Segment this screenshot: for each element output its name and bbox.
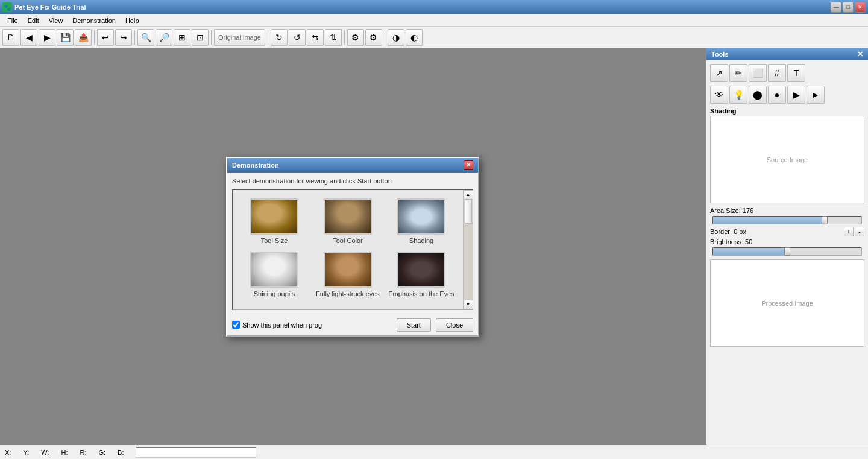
dialog-close-button[interactable]: ✕ bbox=[464, 160, 473, 170]
menu-file[interactable]: File bbox=[2, 16, 23, 25]
demo-item-tool-color[interactable]: Tool Color bbox=[311, 195, 385, 248]
tool-eye2[interactable]: ► bbox=[807, 86, 825, 104]
demo-thumb-tool-color bbox=[324, 198, 372, 235]
tool-pencil[interactable]: ✏ bbox=[729, 64, 747, 82]
border-controls: + - bbox=[844, 227, 864, 236]
tool-dot[interactable]: ● bbox=[768, 86, 786, 104]
new-button[interactable]: 🗋 bbox=[2, 29, 19, 46]
dialog-title-bar: Demonstration ✕ bbox=[227, 158, 478, 173]
brightness-label: Brightness: 50 bbox=[710, 238, 864, 245]
demo-label-shining-pupils: Shining pupils bbox=[254, 290, 295, 297]
zoom-actual-button[interactable]: ⊡ bbox=[192, 29, 209, 46]
app-icon: 🐾 bbox=[2, 2, 12, 12]
demo-thumb-emphasis-eyes bbox=[397, 252, 445, 288]
undo-button[interactable]: ↩ bbox=[97, 29, 114, 46]
demo-label-fully-light: Fully light-struck eyes bbox=[316, 290, 380, 297]
status-g: G: bbox=[98, 449, 105, 456]
canvas-area: Demonstration ✕ Select demonstration for… bbox=[0, 48, 705, 445]
flip-h-button[interactable]: ⇆ bbox=[307, 29, 324, 46]
rotate-cw-button[interactable]: ↻ bbox=[271, 29, 288, 46]
menu-help[interactable]: Help bbox=[121, 16, 144, 25]
tool-grid[interactable]: # bbox=[768, 64, 786, 82]
status-w: W: bbox=[41, 449, 49, 456]
border-increment[interactable]: + bbox=[844, 227, 854, 236]
brightness-button[interactable]: ◑ bbox=[388, 29, 404, 46]
status-h: H: bbox=[61, 449, 68, 456]
border-decrement[interactable]: - bbox=[855, 227, 864, 236]
window-close-button[interactable]: ✕ bbox=[855, 2, 866, 13]
status-b: B: bbox=[118, 449, 124, 456]
forward-button[interactable]: ▶ bbox=[39, 29, 55, 46]
demo-thumb-shading bbox=[397, 198, 445, 235]
r-label: R: bbox=[80, 449, 86, 456]
demo-item-tool-size[interactable]: Tool Size bbox=[237, 195, 311, 248]
toolbar-separator-5 bbox=[344, 30, 345, 45]
minimize-button[interactable]: — bbox=[831, 2, 841, 13]
g-label: G: bbox=[98, 449, 105, 456]
demo-item-shining-pupils[interactable]: Shining pupils bbox=[237, 248, 311, 301]
brightness-row: Brightness: 50 bbox=[710, 238, 864, 245]
shading-label: Shading bbox=[710, 107, 864, 115]
area-size-slider[interactable] bbox=[712, 216, 862, 224]
scroll-up-button[interactable]: ▲ bbox=[464, 190, 473, 200]
save-button[interactable]: 💾 bbox=[57, 29, 74, 46]
dialog-title-text: Demonstration bbox=[232, 162, 279, 169]
redo-button[interactable]: ↪ bbox=[115, 29, 132, 46]
demo-item-emphasis-eyes[interactable]: Emphasis on the Eyes bbox=[385, 248, 458, 301]
h-label: H: bbox=[61, 449, 68, 456]
demo-list: Tool Size Tool Color Shading bbox=[233, 190, 463, 309]
start-button[interactable]: Start bbox=[397, 318, 431, 332]
tool-circle[interactable]: ⬤ bbox=[749, 86, 767, 104]
contrast-button[interactable]: ◐ bbox=[406, 29, 423, 46]
scroll-thumb[interactable] bbox=[465, 200, 472, 224]
tool-text[interactable]: T bbox=[787, 64, 805, 82]
dialog-footer: Show this panel when prog Start Close bbox=[227, 315, 478, 335]
zoom-out-button[interactable]: 🔎 bbox=[156, 29, 172, 46]
zoom-fit-button[interactable]: ⊞ bbox=[174, 29, 190, 46]
tool-bulb[interactable]: 💡 bbox=[729, 86, 747, 104]
dialog-instruction: Select demonstration for viewing and cli… bbox=[232, 177, 473, 185]
demo-item-fully-light[interactable]: Fully light-struck eyes bbox=[311, 248, 385, 301]
settings-button[interactable]: ⚙ bbox=[347, 29, 364, 46]
tool-eye1[interactable]: 👁 bbox=[710, 86, 728, 104]
maximize-button[interactable]: □ bbox=[843, 2, 854, 13]
rotate-ccw-button[interactable]: ↺ bbox=[289, 29, 306, 46]
demo-label-emphasis-eyes: Emphasis on the Eyes bbox=[388, 290, 454, 297]
border-label: Border: 0 px. bbox=[710, 228, 844, 235]
status-value-box bbox=[136, 447, 256, 458]
demo-scrollbar: ▲ ▼ bbox=[463, 190, 473, 309]
status-x: X: bbox=[5, 449, 11, 456]
tools-row-1: ↗ ✏ ⬜ # T bbox=[710, 64, 864, 82]
panel-title: Tools bbox=[711, 51, 729, 58]
brightness-slider[interactable] bbox=[712, 247, 862, 256]
zoom-in-button[interactable]: 🔍 bbox=[137, 29, 154, 46]
tools-row-2: 👁 💡 ⬤ ● ▶ ► bbox=[710, 86, 864, 104]
menu-edit[interactable]: Edit bbox=[23, 16, 44, 25]
scroll-down-button[interactable]: ▼ bbox=[464, 300, 473, 309]
back-button[interactable]: ◀ bbox=[20, 29, 37, 46]
x-label: X: bbox=[5, 449, 11, 456]
show-panel-checkbox[interactable] bbox=[232, 321, 240, 329]
panel-close-button[interactable]: ✕ bbox=[857, 50, 863, 59]
tool-arrow[interactable]: ↗ bbox=[710, 64, 728, 82]
b-label: B: bbox=[118, 449, 124, 456]
tool-drop[interactable]: ▶ bbox=[787, 86, 805, 104]
y-label: Y: bbox=[23, 449, 29, 456]
scroll-track bbox=[464, 200, 473, 300]
toolbar-separator-1 bbox=[94, 30, 95, 45]
demo-item-shading[interactable]: Shading bbox=[385, 195, 458, 248]
demo-label-tool-color: Tool Color bbox=[333, 237, 363, 244]
demo-label-tool-size: Tool Size bbox=[261, 237, 288, 244]
export-button[interactable]: 📤 bbox=[75, 29, 92, 46]
menu-demonstration[interactable]: Demonstration bbox=[68, 16, 121, 25]
demo-thumb-fully-light bbox=[324, 252, 372, 288]
toolbar: 🗋 ◀ ▶ 💾 📤 ↩ ↪ 🔍 🔎 ⊞ ⊡ Original image ↻ ↺… bbox=[0, 27, 868, 48]
tool-selection[interactable]: ⬜ bbox=[749, 64, 767, 82]
options-button[interactable]: ⚙ bbox=[365, 29, 382, 46]
menu-view[interactable]: View bbox=[44, 16, 68, 25]
flip-v-button[interactable]: ⇅ bbox=[325, 29, 342, 46]
close-button[interactable]: Close bbox=[436, 318, 473, 332]
dialog-overlay: Demonstration ✕ Select demonstration for… bbox=[0, 48, 705, 445]
demo-thumb-tool-size bbox=[250, 198, 298, 235]
demo-list-container: Tool Size Tool Color Shading bbox=[232, 189, 473, 310]
